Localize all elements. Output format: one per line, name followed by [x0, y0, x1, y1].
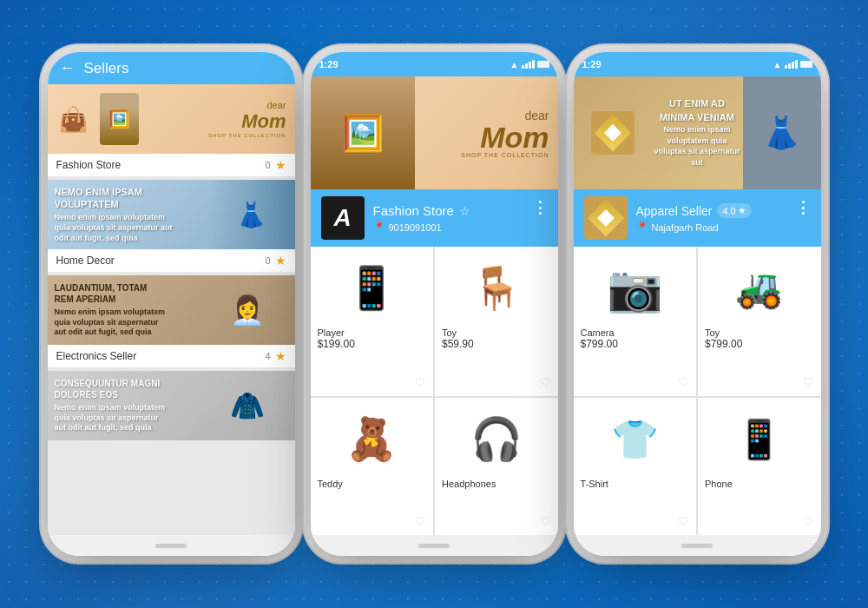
product-price: $59.90: [442, 338, 474, 350]
product-name: Toy: [442, 327, 457, 338]
sellers-title: Sellers: [84, 60, 129, 77]
apparel-logo-row: Apparel Seller 4.0 ★ 📍 Najafgarh Road ⋮: [574, 189, 821, 247]
sellers-list: 👜 🖼️ dear Mom SHOP THE COLLECTION Fashio…: [48, 84, 295, 535]
home-banner: NEMO ENIM IPSAM VOLUPTATEM Nemo enim ips…: [48, 180, 295, 249]
apparel-store-name: Apparel Seller: [636, 204, 713, 218]
product-image: 📷: [598, 254, 672, 323]
product-name: Phone: [705, 479, 733, 489]
heart-icon[interactable]: ♡: [803, 514, 814, 528]
time-display: 1:29: [319, 59, 339, 69]
seller-label: Fashion Store 0 ★: [48, 154, 295, 176]
sellers-header: ← Sellers: [48, 52, 295, 84]
people-icon: 👩‍💼: [200, 275, 295, 345]
heart-icon[interactable]: ♡: [803, 375, 814, 389]
product-card[interactable]: 🪑 Toy $59.90 ♡: [435, 247, 558, 396]
heart-icon[interactable]: ♡: [540, 375, 551, 389]
store-banner: 🖼️ dear Mom SHOP THE COLLECTION: [311, 76, 558, 189]
home-indicator: [311, 535, 558, 556]
seller-name: Electronics Seller: [56, 350, 137, 362]
apparel-logo: [584, 196, 628, 240]
mona-painting: 🖼️: [311, 76, 415, 189]
list-item[interactable]: LAUDANTIUM, TOTAM REM APERIAM Nemo enim …: [48, 275, 295, 367]
seller-rating: 4 ★: [265, 349, 286, 363]
list-item[interactable]: 👜 🖼️ dear Mom SHOP THE COLLECTION Fashio…: [48, 84, 295, 176]
phone-sellers: ← Sellers 👜 🖼️ dear Mom SHOP THE COLLECT…: [48, 52, 295, 556]
apparel-location: 📍 Najafgarh Road: [636, 221, 786, 233]
model-icon: 👗: [208, 180, 295, 249]
list-item[interactable]: NEMO ENIM IPSAM VOLUPTATEM Nemo enim ips…: [48, 180, 295, 272]
rating-badge: 4.0 ★: [717, 203, 751, 218]
more-options-button[interactable]: ⋮: [532, 196, 548, 217]
heart-icon[interactable]: ♡: [678, 375, 689, 389]
store-logo-row: A Fashion Store ☆ 📍 9019091001 ⋮: [311, 189, 558, 247]
diamond-shape-icon: [587, 200, 623, 236]
mona-painting: 🖼️: [100, 93, 139, 145]
product-card[interactable]: 👕 T-Shirt ♡: [574, 398, 697, 535]
seller-label: Home Decor 0 ★: [48, 249, 295, 272]
heart-icon[interactable]: ♡: [415, 514, 426, 528]
seller-name: Home Decor: [56, 254, 115, 267]
home-indicator: [48, 535, 295, 556]
store-name-row: Fashion Store ☆: [373, 203, 523, 218]
product-image: 📱: [722, 405, 796, 474]
status-icons: ▲: [773, 60, 812, 69]
phone-apparel-seller: 1:29 ▲ UT ENIM AD MINI: [574, 52, 821, 556]
product-card[interactable]: 📱 Player $199.00 ♡: [311, 247, 434, 396]
star-icon: ★: [738, 205, 746, 216]
product-image: 👕: [598, 405, 672, 474]
location-pin-icon: 📍: [373, 221, 385, 233]
apparel-banner-right: 👗: [743, 76, 821, 189]
product-card[interactable]: 🧸 Teddy ♡: [311, 398, 434, 535]
product-price: $799.00: [581, 338, 618, 350]
wifi-icon: ▲: [773, 60, 782, 69]
dear-mom-large: dear Mom SHOP THE COLLECTION: [461, 109, 549, 158]
diamond-icon: [594, 115, 630, 151]
apparel-name-row: Apparel Seller 4.0 ★: [636, 203, 786, 218]
home-banner-text: NEMO ENIM IPSAM VOLUPTATEM Nemo enim ips…: [55, 186, 176, 244]
product-card[interactable]: 📱 Phone ♡: [698, 398, 821, 535]
battery-icon: [800, 61, 812, 68]
product-image: 🧸: [335, 405, 409, 474]
star-icon: ★: [275, 349, 286, 363]
products-grid: 📱 Player $199.00 ♡ 🪑 Toy $59.90 ♡ 🧸 Tedd…: [311, 247, 558, 535]
product-name: Player: [318, 327, 345, 338]
product-card[interactable]: 📷 Camera $799.00 ♡: [574, 247, 697, 396]
time-display: 1:29: [582, 59, 602, 69]
star-icon: ★: [275, 158, 286, 172]
heart-icon[interactable]: ♡: [415, 375, 426, 389]
store-logo: A: [321, 196, 365, 240]
list-item[interactable]: CONSEQUUNTUR MAGNI DOLORES EOS Nemo enim…: [48, 371, 295, 440]
store-name: Fashion Store: [373, 203, 454, 218]
conseq-banner: CONSEQUUNTUR MAGNI DOLORES EOS Nemo enim…: [48, 371, 295, 440]
product-name: T-Shirt: [581, 479, 608, 489]
seller-name: Fashion Store: [56, 159, 122, 171]
ut-banner-text: UT ENIM AD MINIMA VENIAM Nemo enim ipsam…: [652, 97, 743, 168]
more-options-button[interactable]: ⋮: [795, 196, 811, 217]
conseq-banner-text: CONSEQUUNTUR MAGNI DOLORES EOS Nemo enim…: [55, 378, 168, 433]
apparel-banner: UT ENIM AD MINIMA VENIAM Nemo enim ipsam…: [574, 76, 821, 189]
apparel-banner-left: [574, 76, 652, 189]
product-name: Toy: [705, 327, 720, 338]
status-bar: 1:29 ▲: [311, 52, 558, 76]
product-image: 📱: [335, 254, 409, 323]
product-image: 🪑: [459, 254, 533, 323]
status-bar: 1:29 ▲: [574, 52, 821, 76]
product-card[interactable]: 🎧 Headphones ♡: [435, 398, 558, 535]
star-icon: ★: [275, 254, 286, 268]
product-name: Teddy: [318, 479, 343, 489]
bag-icon: 👜: [58, 105, 89, 134]
electronics-banner-text: LAUDANTIUM, TOTAM REM APERIAM Nemo enim …: [55, 282, 168, 338]
apparel-logo-small: [591, 111, 635, 155]
heart-icon[interactable]: ♡: [678, 514, 689, 528]
product-price: $799.00: [705, 338, 742, 350]
signal-bars: [785, 60, 798, 69]
men-icon: 🧥: [200, 371, 295, 440]
home-indicator: [574, 535, 821, 556]
back-button[interactable]: ←: [60, 59, 76, 77]
products-grid: 📷 Camera $799.00 ♡ 🚜 Toy $799.00 ♡ 👕 T-S…: [574, 247, 821, 535]
signal-bars: [522, 60, 535, 69]
star-outline-icon[interactable]: ☆: [459, 204, 470, 218]
battery-icon: [537, 61, 549, 68]
product-card[interactable]: 🚜 Toy $799.00 ♡: [698, 247, 821, 396]
heart-icon[interactable]: ♡: [540, 514, 551, 528]
